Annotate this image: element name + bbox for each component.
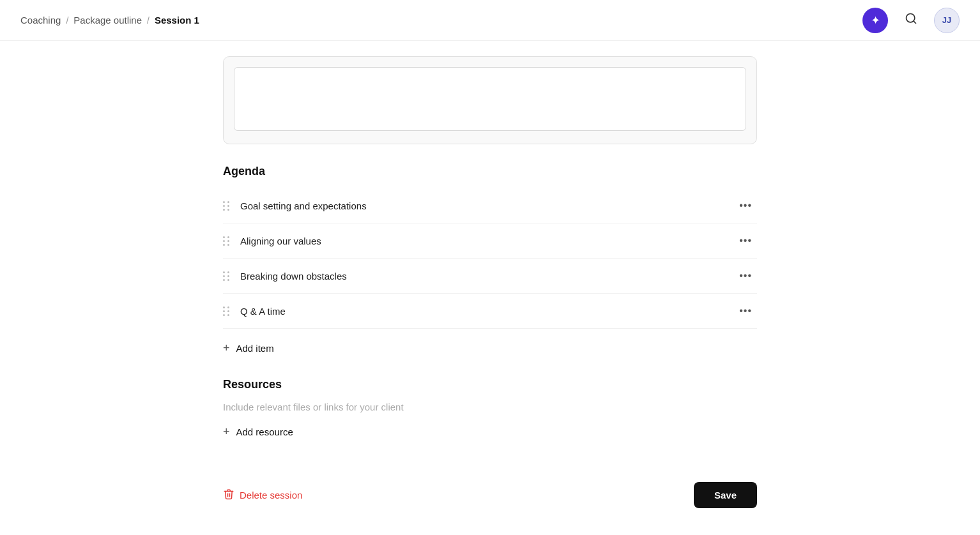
agenda-item: Breaking down obstacles •••	[223, 259, 757, 294]
agenda-section: Agenda Goal setting and expectations •••	[223, 165, 757, 358]
breadcrumb-coaching[interactable]: Coaching	[20, 15, 61, 26]
spark-icon: ✦	[871, 13, 880, 27]
add-item-button[interactable]: + Add item	[223, 339, 274, 358]
agenda-item-text: Goal setting and expectations	[240, 200, 724, 211]
delete-session-label: Delete session	[240, 490, 302, 501]
search-button[interactable]	[898, 8, 924, 33]
agenda-item-text: Q & A time	[240, 306, 724, 317]
avatar-button[interactable]: JJ	[934, 8, 960, 33]
trash-icon	[223, 488, 234, 502]
header-actions: ✦ JJ	[862, 8, 960, 33]
description-textarea[interactable]	[234, 67, 746, 131]
header: Coaching / Package outline / Session 1 ✦…	[0, 0, 980, 41]
drag-handle[interactable]	[223, 201, 230, 211]
drag-handle[interactable]	[223, 236, 230, 246]
spark-button[interactable]: ✦	[862, 8, 888, 33]
add-resource-label: Add resource	[236, 426, 293, 437]
avatar-initials: JJ	[942, 15, 951, 25]
breadcrumb-sep-2: /	[147, 15, 149, 26]
svg-line-1	[914, 21, 916, 24]
add-item-label: Add item	[236, 343, 274, 354]
main-content: Agenda Goal setting and expectations •••	[203, 56, 777, 535]
delete-session-button[interactable]: Delete session	[223, 488, 302, 502]
plus-icon: +	[223, 342, 230, 355]
resources-placeholder-text: Include relevant files or links for your…	[223, 402, 757, 412]
agenda-item-more-button[interactable]: •••	[734, 268, 757, 284]
add-resource-button[interactable]: + Add resource	[223, 423, 293, 441]
breadcrumb-package-outline[interactable]: Package outline	[73, 15, 142, 26]
breadcrumb: Coaching / Package outline / Session 1	[20, 15, 199, 26]
agenda-item-text: Breaking down obstacles	[240, 271, 724, 282]
resources-title: Resources	[223, 378, 757, 391]
plus-icon: +	[223, 425, 230, 439]
agenda-title: Agenda	[223, 165, 757, 178]
drag-handle[interactable]	[223, 271, 230, 281]
resources-section: Resources Include relevant files or link…	[223, 378, 757, 441]
breadcrumb-sep-1: /	[66, 15, 68, 26]
save-button[interactable]: Save	[694, 482, 757, 508]
agenda-item: Goal setting and expectations •••	[223, 188, 757, 223]
agenda-item-more-button[interactable]: •••	[734, 232, 757, 249]
breadcrumb-session1: Session 1	[155, 15, 199, 26]
agenda-item: Aligning our values •••	[223, 223, 757, 259]
footer-actions: Delete session Save	[223, 467, 757, 508]
agenda-item-text: Aligning our values	[240, 236, 724, 246]
search-icon	[905, 12, 917, 28]
agenda-item-more-button[interactable]: •••	[734, 303, 757, 319]
agenda-item: Q & A time •••	[223, 294, 757, 329]
description-card	[223, 56, 757, 144]
drag-handle[interactable]	[223, 306, 230, 316]
agenda-item-more-button[interactable]: •••	[734, 197, 757, 214]
